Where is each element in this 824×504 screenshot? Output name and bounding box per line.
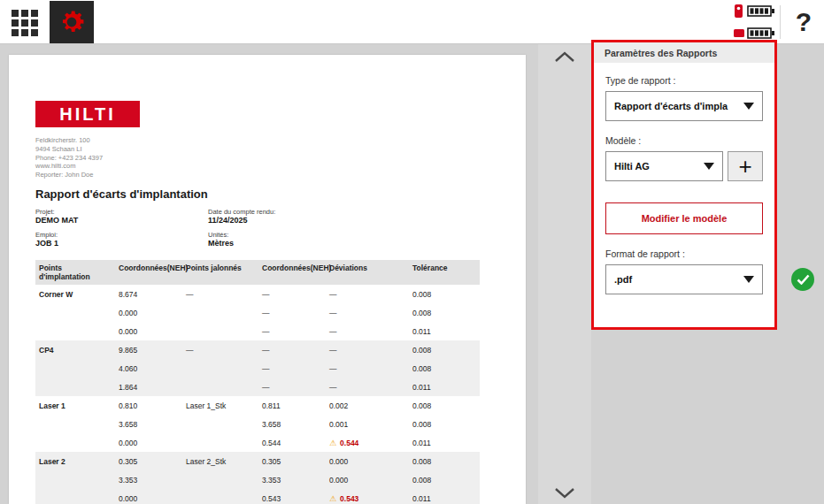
format-value: .pdf — [614, 274, 738, 285]
table-row: 0.0000.544⚠0.5440.011 — [35, 433, 480, 452]
address-line: Phone: +423 234 4397 — [35, 154, 103, 163]
warning-icon: ⚠ — [329, 494, 336, 503]
topbar: ? — [0, 0, 824, 44]
grid-menu-icon — [12, 10, 38, 36]
battery-indicators — [733, 3, 777, 42]
app-window: ? HILTI Feldkircherstr. 100 9494 Schaan … — [0, 0, 824, 504]
table-row: Laser 20.305Laser 2_Stk0.3050.0000.008 — [35, 452, 480, 470]
col-header: Points jalonnés — [182, 260, 258, 285]
date-value: 11/24/2025 — [208, 216, 416, 225]
table-row: 3.3533.3530.0000.008 — [35, 470, 480, 489]
hilti-logo: HILTI — [35, 101, 140, 127]
help-button[interactable]: ? — [786, 0, 821, 44]
report-type-value: Rapport d'écarts d'impla — [614, 101, 738, 111]
chevron-down-icon — [743, 276, 754, 283]
confirm-button[interactable] — [791, 268, 814, 291]
col-header: Tolérance — [409, 260, 480, 285]
project-value: DEMO MAT — [35, 216, 208, 225]
warning-icon: ⚠ — [329, 439, 336, 447]
report-table-body: Corner W8.674———0.0080.000——0.0080.000——… — [35, 285, 480, 504]
scroll-up-icon[interactable] — [554, 51, 575, 63]
report-settings-panel: Paramètres des Rapports Type de rapport … — [591, 40, 777, 330]
report-preview: HILTI Feldkircherstr. 100 9494 Schaan LI… — [9, 55, 526, 504]
project-label: Projet: — [35, 208, 208, 216]
topbar-divider — [780, 5, 781, 39]
col-header: Points d'implantation — [35, 260, 115, 285]
model-label: Modèle : — [605, 135, 763, 146]
report-type-label: Type de rapport : — [605, 75, 763, 86]
job-value: JOB 1 — [35, 239, 208, 248]
model-dropdown[interactable]: Hilti AG — [605, 151, 723, 181]
model-value: Hilti AG — [614, 161, 698, 172]
job-label: Emploi: — [35, 231, 208, 239]
stakeout-table: Points d'implantation Coordonnées(NEH) P… — [35, 260, 480, 504]
add-model-button[interactable]: + — [728, 151, 763, 181]
table-row: 0.000——0.011 — [35, 322, 480, 340]
col-header: Coordonnées(NEH) — [115, 260, 182, 285]
address-line: www.hilti.com — [35, 162, 103, 171]
table-row: CP49.865———0.008 — [35, 340, 480, 359]
gear-icon — [57, 7, 87, 37]
date-label: Date du compte rendu: — [208, 208, 416, 216]
format-dropdown[interactable]: .pdf — [605, 264, 763, 294]
table-row: 0.000——0.008 — [35, 303, 480, 322]
company-address: Feldkircherstr. 100 9494 Schaan LI Phone… — [35, 136, 103, 179]
address-line: 9494 Schaan LI — [35, 145, 103, 154]
table-row: 4.060——0.008 — [35, 359, 480, 378]
modify-model-button[interactable]: Modifier le modèle — [605, 202, 763, 234]
col-header: Déviations — [326, 260, 409, 285]
table-row: Corner W8.674———0.008 — [35, 285, 480, 303]
settings-button[interactable] — [50, 1, 94, 43]
address-line: Feldkircherstr. 100 — [35, 136, 103, 145]
report-title: Rapport d'écarts d'implantation — [35, 187, 208, 201]
table-header-row: Points d'implantation Coordonnées(NEH) P… — [35, 260, 480, 285]
scroll-down-icon[interactable] — [554, 487, 575, 499]
table-row: 3.6583.6580.0010.008 — [35, 415, 480, 433]
tool-battery-icon — [733, 3, 777, 19]
table-row: 0.0000.543⚠0.5430.011 — [35, 489, 480, 504]
units-label: Unités: — [208, 231, 416, 239]
report-type-dropdown[interactable]: Rapport d'écarts d'impla — [605, 91, 763, 121]
apps-menu-button[interactable] — [9, 7, 41, 39]
panel-title: Paramètres des Rapports — [594, 42, 774, 63]
report-meta: Projet: DEMO MAT Date du compte rendu: 1… — [35, 208, 416, 248]
units-value: Mètres — [208, 239, 416, 248]
table-row: Laser 10.810Laser 1_Stk0.8110.0020.008 — [35, 396, 480, 415]
col-header: Coordonnées(NEH) — [258, 260, 326, 285]
chevron-down-icon — [743, 103, 754, 110]
format-label: Format de rapport : — [605, 248, 763, 259]
address-line: Reporter: John Doe — [35, 171, 103, 179]
chevron-down-icon — [704, 163, 714, 170]
check-icon — [797, 274, 810, 285]
table-row: 1.864——0.011 — [35, 378, 480, 396]
preview-scrollbar — [538, 44, 591, 504]
